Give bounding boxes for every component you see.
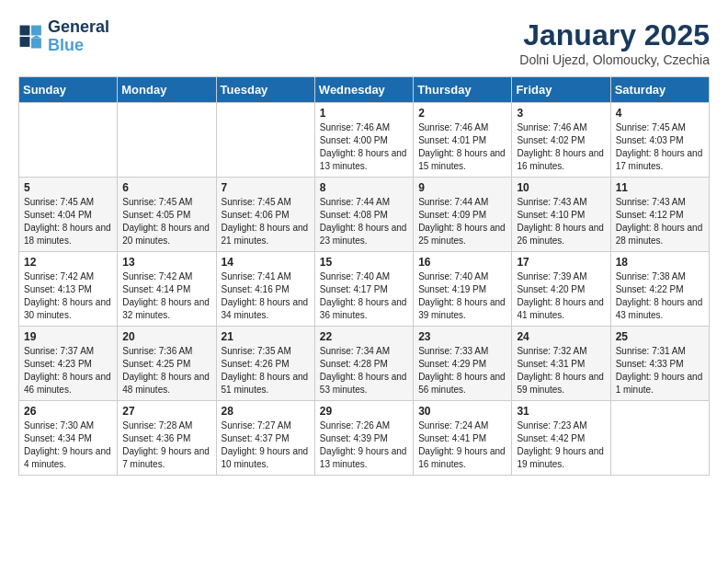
day-info: Sunrise: 7:30 AMSunset: 4:34 PMDaylight:… [24,419,112,471]
day-number: 28 [222,405,310,418]
calendar-day: 10Sunrise: 7:43 AMSunset: 4:10 PMDayligh… [512,178,610,252]
calendar-day: 1Sunrise: 7:46 AMSunset: 4:00 PMDaylight… [314,103,413,178]
day-number: 8 [320,181,408,194]
day-info: Sunrise: 7:31 AMSunset: 4:33 PMDaylight:… [616,345,704,396]
day-number: 29 [320,405,408,418]
calendar-day [118,103,216,178]
day-info: Sunrise: 7:46 AMSunset: 4:02 PMDaylight:… [517,121,605,173]
day-info: Sunrise: 7:45 AMSunset: 4:06 PMDaylight:… [222,196,310,247]
svg-rect-2 [20,37,30,47]
day-info: Sunrise: 7:43 AMSunset: 4:10 PMDaylight:… [517,196,605,247]
svg-marker-4 [31,38,41,48]
calendar-day: 29Sunrise: 7:26 AMSunset: 4:39 PMDayligh… [314,401,413,476]
calendar-week-5: 26Sunrise: 7:30 AMSunset: 4:34 PMDayligh… [19,401,710,476]
day-number: 25 [616,330,704,343]
day-info: Sunrise: 7:32 AMSunset: 4:31 PMDaylight:… [517,345,605,396]
calendar-day: 6Sunrise: 7:45 AMSunset: 4:05 PMDaylight… [118,178,216,252]
calendar-day: 14Sunrise: 7:41 AMSunset: 4:16 PMDayligh… [216,252,314,327]
day-info: Sunrise: 7:40 AMSunset: 4:17 PMDaylight:… [320,270,408,322]
day-info: Sunrise: 7:37 AMSunset: 4:23 PMDaylight:… [24,345,112,396]
calendar-day: 5Sunrise: 7:45 AMSunset: 4:04 PMDaylight… [19,178,118,252]
day-info: Sunrise: 7:23 AMSunset: 4:42 PMDaylight:… [517,419,605,471]
day-info: Sunrise: 7:40 AMSunset: 4:19 PMDaylight:… [418,270,506,322]
day-number: 19 [24,330,112,343]
location-subtitle: Dolni Ujezd, Olomoucky, Czechia [519,52,710,67]
day-number: 27 [122,405,210,418]
day-info: Sunrise: 7:26 AMSunset: 4:39 PMDaylight:… [320,419,408,471]
calendar-day: 27Sunrise: 7:28 AMSunset: 4:36 PMDayligh… [118,401,216,476]
day-info: Sunrise: 7:27 AMSunset: 4:37 PMDaylight:… [222,419,310,471]
logo-text-line1: General [48,18,109,37]
day-info: Sunrise: 7:45 AMSunset: 4:03 PMDaylight:… [616,121,704,173]
logo-text-line2: Blue [48,37,109,55]
day-info: Sunrise: 7:42 AMSunset: 4:14 PMDaylight:… [122,270,210,322]
day-info: Sunrise: 7:42 AMSunset: 4:13 PMDaylight:… [24,270,112,322]
day-number: 21 [222,330,310,343]
day-number: 20 [122,330,210,343]
day-number: 18 [616,256,704,269]
day-info: Sunrise: 7:38 AMSunset: 4:22 PMDaylight:… [616,270,704,322]
day-info: Sunrise: 7:46 AMSunset: 4:00 PMDaylight:… [320,121,408,173]
calendar-day: 11Sunrise: 7:43 AMSunset: 4:12 PMDayligh… [610,178,709,252]
day-number: 17 [517,256,605,269]
calendar-week-1: 1Sunrise: 7:46 AMSunset: 4:00 PMDaylight… [19,103,710,178]
calendar-day: 7Sunrise: 7:45 AMSunset: 4:06 PMDaylight… [216,178,314,252]
day-number: 14 [222,256,310,269]
day-number: 13 [122,256,210,269]
calendar-day: 15Sunrise: 7:40 AMSunset: 4:17 PMDayligh… [314,252,413,327]
logo: General Blue [18,18,109,55]
calendar-day: 30Sunrise: 7:24 AMSunset: 4:41 PMDayligh… [414,401,512,476]
calendar-day: 2Sunrise: 7:46 AMSunset: 4:01 PMDaylight… [414,103,512,178]
day-number: 31 [517,405,605,418]
calendar-day [19,103,118,178]
day-number: 2 [418,107,506,120]
day-number: 11 [616,181,704,194]
weekday-header-row: SundayMondayTuesdayWednesdayThursdayFrid… [19,77,710,103]
day-info: Sunrise: 7:41 AMSunset: 4:16 PMDaylight:… [222,270,310,322]
calendar-day: 21Sunrise: 7:35 AMSunset: 4:26 PMDayligh… [216,327,314,401]
day-number: 1 [320,107,408,120]
calendar-day: 18Sunrise: 7:38 AMSunset: 4:22 PMDayligh… [610,252,709,327]
calendar-day: 26Sunrise: 7:30 AMSunset: 4:34 PMDayligh… [19,401,118,476]
day-info: Sunrise: 7:24 AMSunset: 4:41 PMDaylight:… [418,419,506,471]
calendar-day: 9Sunrise: 7:44 AMSunset: 4:09 PMDaylight… [414,178,512,252]
day-number: 3 [517,107,605,120]
day-number: 30 [418,405,506,418]
day-info: Sunrise: 7:39 AMSunset: 4:20 PMDaylight:… [517,270,605,322]
weekday-header-friday: Friday [512,77,610,103]
day-info: Sunrise: 7:46 AMSunset: 4:01 PMDaylight:… [418,121,506,173]
weekday-header-saturday: Saturday [610,77,709,103]
calendar-day: 31Sunrise: 7:23 AMSunset: 4:42 PMDayligh… [512,401,610,476]
calendar-day: 3Sunrise: 7:46 AMSunset: 4:02 PMDaylight… [512,103,610,178]
calendar-week-3: 12Sunrise: 7:42 AMSunset: 4:13 PMDayligh… [19,252,710,327]
calendar-day: 23Sunrise: 7:33 AMSunset: 4:29 PMDayligh… [414,327,512,401]
day-number: 22 [320,330,408,343]
calendar-day [216,103,314,178]
calendar-day: 13Sunrise: 7:42 AMSunset: 4:14 PMDayligh… [118,252,216,327]
day-number: 23 [418,330,506,343]
day-info: Sunrise: 7:35 AMSunset: 4:26 PMDaylight:… [222,345,310,396]
day-number: 4 [616,107,704,120]
calendar-day: 12Sunrise: 7:42 AMSunset: 4:13 PMDayligh… [19,252,118,327]
calendar-day: 8Sunrise: 7:44 AMSunset: 4:08 PMDaylight… [314,178,413,252]
day-info: Sunrise: 7:45 AMSunset: 4:04 PMDaylight:… [24,196,112,247]
day-number: 24 [517,330,605,343]
day-number: 10 [517,181,605,194]
calendar-day [610,401,709,476]
calendar-day: 28Sunrise: 7:27 AMSunset: 4:37 PMDayligh… [216,401,314,476]
weekday-header-tuesday: Tuesday [216,77,314,103]
weekday-header-thursday: Thursday [414,77,512,103]
day-info: Sunrise: 7:28 AMSunset: 4:36 PMDaylight:… [122,419,210,471]
day-number: 16 [418,256,506,269]
calendar-week-4: 19Sunrise: 7:37 AMSunset: 4:23 PMDayligh… [19,327,710,401]
calendar-day: 4Sunrise: 7:45 AMSunset: 4:03 PMDaylight… [610,103,709,178]
title-block: January 2025 Dolni Ujezd, Olomoucky, Cze… [519,18,710,67]
weekday-header-monday: Monday [118,77,216,103]
calendar-day: 25Sunrise: 7:31 AMSunset: 4:33 PMDayligh… [610,327,709,401]
day-info: Sunrise: 7:36 AMSunset: 4:25 PMDaylight:… [122,345,210,396]
svg-rect-1 [20,25,30,35]
day-number: 12 [24,256,112,269]
calendar-day: 22Sunrise: 7:34 AMSunset: 4:28 PMDayligh… [314,327,413,401]
calendar-day: 16Sunrise: 7:40 AMSunset: 4:19 PMDayligh… [414,252,512,327]
day-info: Sunrise: 7:44 AMSunset: 4:09 PMDaylight:… [418,196,506,247]
